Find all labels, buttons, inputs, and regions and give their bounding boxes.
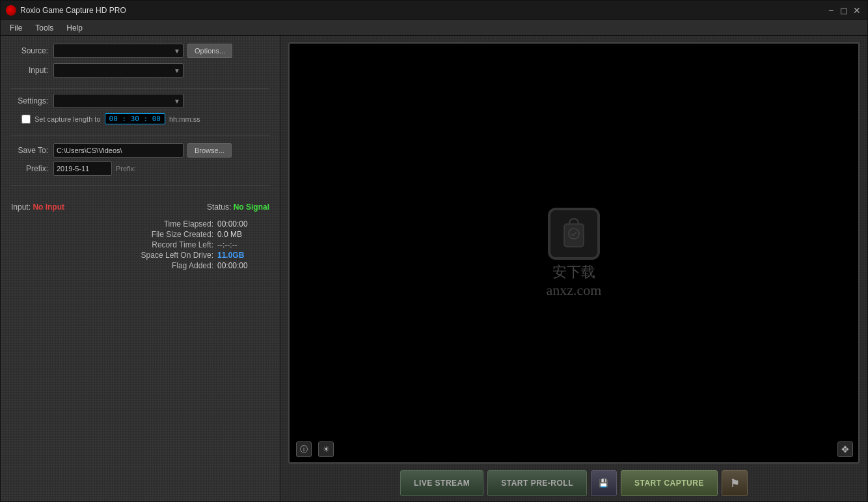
minimize-button[interactable]: −	[826, 5, 836, 16]
flag-added-value: 00:00:00	[217, 261, 269, 270]
capture-length-row: Set capture length to 00 : 30 : 00 hh:mm…	[11, 113, 269, 124]
preview-bottom-icons: ⓘ ☀	[296, 441, 334, 457]
preview-brightness-button[interactable]: ☀	[318, 441, 334, 457]
record-time-label: Record Time Left:	[152, 240, 213, 249]
settings-row: Settings: ▼	[11, 94, 269, 108]
input-arrow-icon: ▼	[174, 67, 180, 74]
divider-1	[11, 88, 269, 89]
file-size-row: File Size Created: 0.0 MB	[11, 230, 269, 239]
menu-file[interactable]: File	[3, 22, 29, 34]
browse-button[interactable]: Browse...	[187, 143, 232, 158]
watermark: 安下载anxz.com	[547, 208, 602, 299]
save-to-label: Save To:	[11, 146, 53, 155]
save-path-input[interactable]: C:\Users\CS\Videos\	[53, 143, 183, 158]
no-input-value: No Input	[33, 202, 64, 212]
main-layout: Source: ▼ Options... Input: ▼ Settings: …	[1, 36, 867, 502]
expand-icon: ✥	[841, 444, 849, 454]
save-icon: 💾	[599, 479, 609, 488]
menu-tools[interactable]: Tools	[29, 22, 60, 34]
input-status: Input: No Input	[11, 202, 64, 212]
record-time-row: Record Time Left: --:--:--	[11, 240, 269, 249]
prefix-input[interactable]: 2019-5-11	[53, 161, 112, 176]
divider-2	[11, 135, 269, 135]
preview-expand-button[interactable]: ✥	[837, 441, 853, 457]
shield-bag-icon	[561, 217, 587, 250]
source-arrow-icon: ▼	[174, 48, 180, 55]
space-left-value: 11.0GB	[217, 251, 269, 260]
info-icon: ⓘ	[300, 444, 308, 455]
settings-dropdown[interactable]: ▼	[53, 94, 183, 108]
source-label: Source:	[11, 46, 53, 55]
input-dropdown[interactable]: ▼	[53, 63, 183, 77]
input-status-label: Input:	[11, 202, 31, 212]
flag-button[interactable]: ⚑	[722, 470, 748, 496]
input-row: Input: ▼	[11, 63, 269, 77]
brightness-icon: ☀	[323, 445, 330, 454]
save-section: Save To: C:\Users\CS\Videos\ Browse... P…	[11, 143, 269, 180]
flag-added-row: Flag Added: 00:00:00	[11, 261, 269, 270]
time-elapsed-row: Time Elapsed: 00:00:00	[11, 219, 269, 229]
capture-length-label: Set capture length to	[34, 115, 101, 123]
source-dropdown[interactable]: ▼	[53, 44, 183, 58]
stats-section: Time Elapsed: 00:00:00 File Size Created…	[11, 219, 269, 272]
status-section: Input: No Input Status: No Signal	[11, 197, 269, 214]
titlebar: Roxio Game Capture HD PRO − ◻ ✕	[1, 1, 867, 20]
app-title: Roxio Game Capture HD PRO	[20, 6, 826, 15]
menu-help[interactable]: Help	[60, 22, 89, 34]
menubar: File Tools Help	[1, 20, 867, 36]
time-elapsed-value: 00:00:00	[217, 219, 269, 229]
live-stream-button[interactable]: LIVE STREAM	[400, 470, 483, 496]
space-left-label: Space Left On Drive:	[141, 251, 213, 260]
source-row: Source: ▼ Options...	[11, 44, 269, 58]
prefix-label: Prefix:	[11, 164, 53, 173]
options-button[interactable]: Options...	[187, 44, 232, 58]
record-time-value: --:--:--	[217, 240, 269, 249]
watermark-text: 安下载anxz.com	[547, 262, 602, 299]
space-left-row: Space Left On Drive: 11.0GB	[11, 251, 269, 260]
capture-time-display[interactable]: 00 : 30 : 00	[105, 113, 165, 124]
capture-length-checkbox[interactable]	[21, 115, 31, 124]
prefix-row: Prefix: 2019-5-11 Prefix:	[11, 161, 269, 176]
settings-label: Settings:	[11, 96, 53, 105]
preview-area: 安下载anxz.com ⓘ ☀ ✥	[288, 42, 860, 464]
input-label: Input:	[11, 66, 53, 75]
prefix-hint: Prefix:	[116, 165, 136, 173]
app-icon	[6, 5, 16, 16]
file-size-label: File Size Created:	[152, 230, 213, 239]
start-capture-button[interactable]: START CAPTURE	[621, 470, 718, 496]
flag-icon: ⚑	[730, 477, 740, 490]
hhmm-label: hh:mm:ss	[169, 115, 200, 123]
settings-arrow-icon: ▼	[174, 98, 180, 105]
right-panel: 安下载anxz.com ⓘ ☀ ✥ LIVE STREAM START PRE-…	[280, 36, 867, 502]
signal-status: Status: No Signal	[207, 202, 269, 212]
input-status-row: Input: No Input Status: No Signal	[11, 202, 269, 212]
restore-button[interactable]: ◻	[839, 5, 849, 16]
watermark-icon	[548, 208, 600, 260]
preview-info-button[interactable]: ⓘ	[296, 441, 312, 457]
time-elapsed-label: Time Elapsed:	[164, 219, 213, 229]
no-signal-value: No Signal	[234, 202, 269, 212]
save-button[interactable]: 💾	[591, 470, 617, 496]
left-panel: Source: ▼ Options... Input: ▼ Settings: …	[1, 36, 280, 502]
signal-status-label: Status:	[207, 202, 231, 212]
divider-3	[11, 185, 269, 186]
start-pre-roll-button[interactable]: START PRE-ROLL	[487, 470, 587, 496]
file-size-value: 0.0 MB	[217, 230, 269, 239]
close-button[interactable]: ✕	[852, 5, 862, 16]
window-controls: − ◻ ✕	[826, 5, 862, 16]
flag-added-label: Flag Added:	[172, 261, 213, 270]
control-buttons: LIVE STREAM START PRE-ROLL 💾 START CAPTU…	[288, 464, 860, 502]
save-to-row: Save To: C:\Users\CS\Videos\ Browse...	[11, 143, 269, 158]
